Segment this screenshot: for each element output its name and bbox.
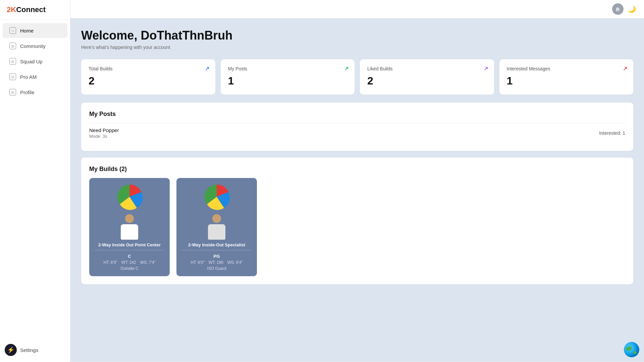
sidebar-item-profile-label: Profile <box>20 89 35 95</box>
build-wt-1: WT: 242 <box>121 260 136 265</box>
stat-arrow-liked-builds: ↗ <box>484 65 488 72</box>
sidebar-item-settings-label: Settings <box>20 347 38 353</box>
build-ht-1: HT: 6'9" <box>103 260 117 265</box>
my-posts-title: My Posts <box>89 111 625 118</box>
sidebar-item-community-label: Community <box>20 43 46 49</box>
build-details-1: HT: 6'9" WT: 242 WS: 7'4" <box>95 260 164 265</box>
post-mode: Mode: 3s <box>89 134 119 139</box>
build-stats-1: C HT: 6'9" WT: 242 WS: 7'4" Outside C <box>95 254 164 271</box>
community-icon: ◎ <box>9 43 16 49</box>
sidebar-item-pro-am-label: Pro AM <box>20 74 37 80</box>
builds-grid: 2-Way Inside Out Point Center C HT: 6'9"… <box>89 178 625 276</box>
sidebar-item-home[interactable]: ⌂ Home <box>3 23 67 38</box>
pro-am-icon: ◎ <box>9 73 16 80</box>
stat-arrow-my-posts: ↗ <box>344 65 348 72</box>
build-pie-1 <box>116 183 143 210</box>
build-type-1: Outside C <box>95 266 164 271</box>
post-row[interactable]: Need Popper Mode: 3s Interested: 1 <box>89 123 625 143</box>
stat-value-liked-builds: 2 <box>367 75 487 87</box>
build-name-2: 2-Way Inside-Out Specialist <box>188 242 245 247</box>
build-player-1 <box>116 213 143 240</box>
stat-label-total-builds: Total Builds <box>89 66 208 71</box>
dashboard: Welcome, DoThatThnBruh Here's what's hap… <box>70 18 644 362</box>
build-details-2: HT: 6'0" WT: 190 WS: 6'4" <box>182 260 252 265</box>
build-card-1[interactable]: 2-Way Inside Out Point Center C HT: 6'9"… <box>89 178 170 276</box>
sidebar-item-squad-up[interactable]: ◎ Squad Up <box>3 54 67 69</box>
build-divider-1 <box>95 250 164 250</box>
sidebar: 2KConnect ⌂ Home ◎ Community ◎ Squad Up … <box>0 0 70 362</box>
stat-value-total-builds: 2 <box>89 75 208 87</box>
app-logo: 2KConnect <box>0 0 70 20</box>
build-divider-2 <box>182 250 252 250</box>
logo-suffix: Connect <box>16 5 46 14</box>
squad-up-icon: ◎ <box>9 58 16 65</box>
welcome-subtitle: Here's what's happening with your accoun… <box>81 45 633 50</box>
build-position-1: C <box>95 254 164 259</box>
home-icon: ⌂ <box>9 27 16 34</box>
build-ht-2: HT: 6'0" <box>191 260 204 265</box>
stat-value-interested-messages: 1 <box>507 75 626 87</box>
topbar: B 🌙 <box>70 0 644 18</box>
my-builds-section: My Builds (2) <box>81 158 633 284</box>
user-avatar[interactable]: B <box>612 3 624 15</box>
sidebar-item-squad-up-label: Squad Up <box>20 59 43 64</box>
build-position-2: PG <box>182 254 252 259</box>
post-info: Need Popper Mode: 3s <box>89 127 119 139</box>
sidebar-item-community[interactable]: ◎ Community <box>3 39 67 53</box>
stat-card-total-builds[interactable]: Total Builds 2 ↗ <box>81 59 215 95</box>
stat-label-liked-builds: Liked Builds <box>367 66 487 71</box>
lightning-button[interactable]: ⚡ <box>5 344 17 356</box>
stat-cards: Total Builds 2 ↗ My Posts 1 ↗ Liked Buil… <box>81 59 633 95</box>
post-name: Need Popper <box>89 127 119 133</box>
build-pie-2 <box>203 183 230 210</box>
main-content: B 🌙 Welcome, DoThatThnBruh Here's what's… <box>70 0 644 362</box>
sidebar-item-home-label: Home <box>20 28 34 34</box>
stat-arrow-interested-messages: ↗ <box>623 65 627 72</box>
stat-card-my-posts[interactable]: My Posts 1 ↗ <box>221 59 355 95</box>
build-player-2 <box>203 213 230 240</box>
stat-value-my-posts: 1 <box>228 75 347 87</box>
build-type-2: ISO Guard <box>182 266 252 271</box>
build-ws-1: WS: 7'4" <box>140 260 156 265</box>
globe-button[interactable] <box>624 342 639 357</box>
build-wt-2: WT: 190 <box>209 260 223 265</box>
logo-prefix: 2K <box>7 5 16 14</box>
my-posts-section: My Posts Need Popper Mode: 3s Interested… <box>81 103 633 151</box>
build-ws-2: WS: 6'4" <box>227 260 243 265</box>
stat-arrow-total-builds: ↗ <box>205 65 209 72</box>
welcome-title: Welcome, DoThatThnBruh <box>81 28 633 43</box>
sidebar-item-profile[interactable]: ◎ Profile <box>3 85 67 100</box>
build-card-2[interactable]: 2-Way Inside-Out Specialist PG HT: 6'0" … <box>176 178 257 276</box>
interested-count: Interested: 1 <box>599 130 625 136</box>
stat-label-my-posts: My Posts <box>228 66 347 71</box>
sidebar-item-pro-am[interactable]: ◎ Pro AM <box>3 69 67 84</box>
my-builds-title: My Builds (2) <box>89 166 625 173</box>
profile-icon: ◎ <box>9 89 16 96</box>
build-stats-2: PG HT: 6'0" WT: 190 WS: 6'4" ISO Guard <box>182 254 252 271</box>
build-name-1: 2-Way Inside Out Point Center <box>98 242 161 247</box>
stat-card-liked-builds[interactable]: Liked Builds 2 ↗ <box>360 59 494 95</box>
theme-toggle[interactable]: 🌙 <box>628 5 636 13</box>
stat-label-interested-messages: Interested Messages <box>507 66 626 71</box>
stat-card-interested-messages[interactable]: Interested Messages 1 ↗ <box>499 59 634 95</box>
globe-icon <box>624 342 639 357</box>
